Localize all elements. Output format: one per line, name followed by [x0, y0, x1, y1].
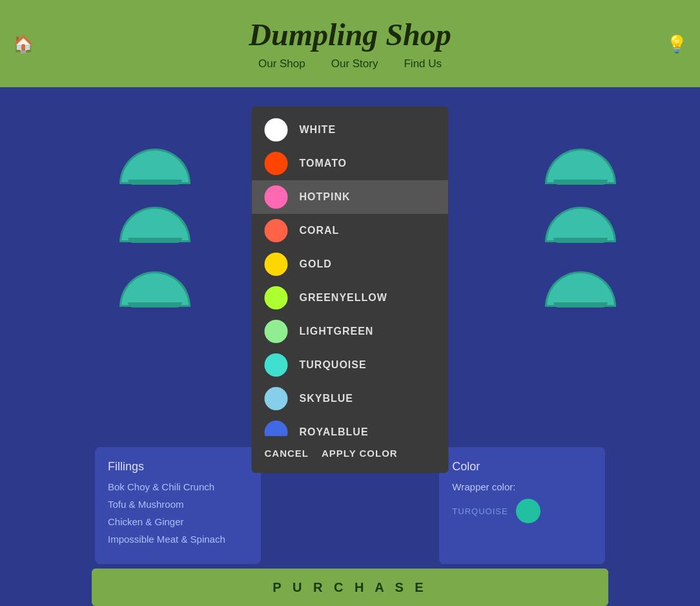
color-name: TOMATO — [300, 158, 347, 169]
color-dot — [265, 353, 288, 377]
home-icon[interactable]: 🏠 — [13, 34, 34, 54]
header: 🏠 Dumpling Shop Our Shop Our Story Find … — [0, 0, 700, 87]
color-panel: Color Wrapper color: TURQUOISE — [439, 447, 605, 564]
color-dot — [265, 421, 288, 436]
color-dot — [265, 286, 288, 309]
color-option[interactable]: CORAL — [252, 214, 449, 247]
color-dot — [265, 118, 288, 141]
wrapper-color-name: TURQUOISE — [452, 507, 508, 516]
color-name: CORAL — [300, 225, 340, 236]
dumpling-decoration — [119, 207, 190, 242]
color-option[interactable]: GOLD — [252, 247, 449, 281]
color-name: TURQUOISE — [300, 359, 367, 371]
wrapper-color-row: TURQUOISE — [452, 499, 592, 523]
dumpling-decoration — [119, 271, 190, 307]
color-dot — [265, 320, 288, 343]
color-name: LIGHTGREEN — [300, 326, 374, 337]
main-content: WHITETOMATOHOTPINKCORALGOLDGREENYELLOWLI… — [0, 87, 700, 606]
fillings-panel: Fillings Bok Choy & Chili Crunch Tofu & … — [95, 447, 261, 564]
color-dot — [265, 387, 288, 410]
filling-item[interactable]: Impossible Meat & Spinach — [108, 534, 248, 545]
nav-our-story[interactable]: Our Story — [331, 57, 378, 70]
purchase-button[interactable]: P U R C H A S E — [92, 569, 608, 606]
color-option[interactable]: LIGHTGREEN — [252, 315, 449, 348]
cancel-button[interactable]: CANCEL — [265, 445, 309, 461]
color-name: SKYBLUE — [300, 393, 353, 404]
color-name: ROYALBLUE — [300, 426, 369, 436]
picker-footer: CANCEL APPLY COLOR — [252, 436, 449, 466]
color-panel-title: Color — [452, 460, 592, 474]
fillings-title: Fillings — [108, 460, 248, 474]
filling-item[interactable]: Tofu & Mushroom — [108, 499, 248, 510]
color-option[interactable]: ROYALBLUE — [252, 415, 449, 436]
brightness-icon[interactable]: 💡 — [666, 34, 687, 54]
wrapper-color-label: Wrapper color: — [452, 481, 592, 492]
color-option[interactable]: HOTPINK — [252, 180, 449, 214]
wrapper-color-swatch — [516, 499, 540, 523]
dumpling-decoration — [119, 149, 190, 184]
main-nav: Our Shop Our Story Find Us — [258, 57, 442, 70]
color-name: HOTPINK — [300, 191, 351, 203]
color-name: GOLD — [300, 258, 332, 270]
dumpling-decoration — [545, 149, 616, 184]
color-info: Wrapper color: TURQUOISE — [452, 481, 592, 523]
color-list: WHITETOMATOHOTPINKCORALGOLDGREENYELLOWLI… — [252, 113, 449, 436]
color-option[interactable]: TURQUOISE — [252, 348, 449, 382]
filling-item[interactable]: Bok Choy & Chili Crunch — [108, 481, 248, 492]
color-dot — [265, 185, 288, 209]
apply-color-button[interactable]: APPLY COLOR — [322, 445, 398, 461]
color-option[interactable]: WHITE — [252, 113, 449, 147]
color-option[interactable]: GREENYELLOW — [252, 281, 449, 315]
color-name: GREENYELLOW — [300, 292, 387, 304]
nav-find-us[interactable]: Find Us — [404, 57, 442, 70]
color-dot — [265, 152, 288, 175]
color-name: WHITE — [300, 124, 336, 136]
color-dot — [265, 219, 288, 242]
color-option[interactable]: SKYBLUE — [252, 382, 449, 415]
nav-our-shop[interactable]: Our Shop — [258, 57, 305, 70]
color-dot — [265, 253, 288, 276]
filling-item[interactable]: Chicken & Ginger — [108, 516, 248, 527]
site-title: Dumpling Shop — [249, 17, 451, 52]
dumpling-decoration — [545, 271, 616, 307]
dumpling-decoration — [545, 207, 616, 242]
color-picker-dropdown: WHITETOMATOHOTPINKCORALGOLDGREENYELLOWLI… — [252, 107, 449, 473]
color-option[interactable]: TOMATO — [252, 147, 449, 180]
